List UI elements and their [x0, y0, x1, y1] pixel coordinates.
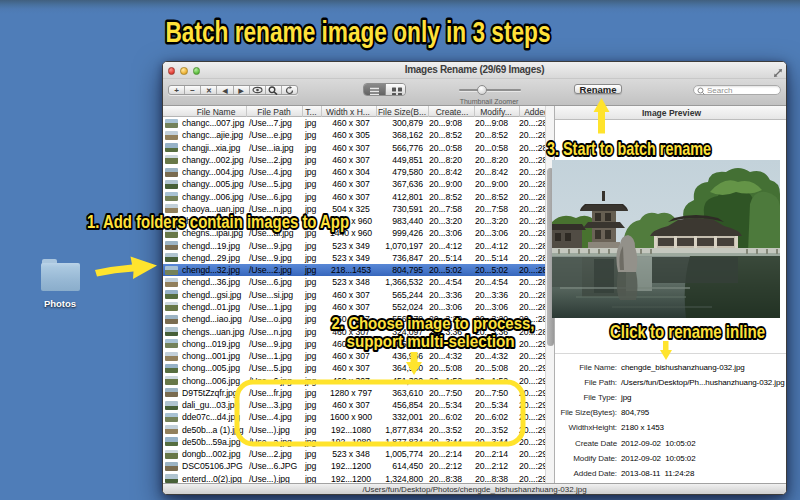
svg-text:1. Add folders contain images: 1. Add folders contain images to App — [87, 212, 349, 232]
svg-text:Click to rename inline: Click to rename inline — [610, 321, 765, 342]
svg-text:support multi-selection: support multi-selection — [347, 332, 515, 350]
svg-text:Batch rename image only in 3 s: Batch rename image only in 3 steps — [166, 16, 551, 48]
svg-text:2. Choose image to process,: 2. Choose image to process, — [332, 314, 535, 332]
svg-text:3. Start to batch rename: 3. Start to batch rename — [547, 138, 711, 159]
